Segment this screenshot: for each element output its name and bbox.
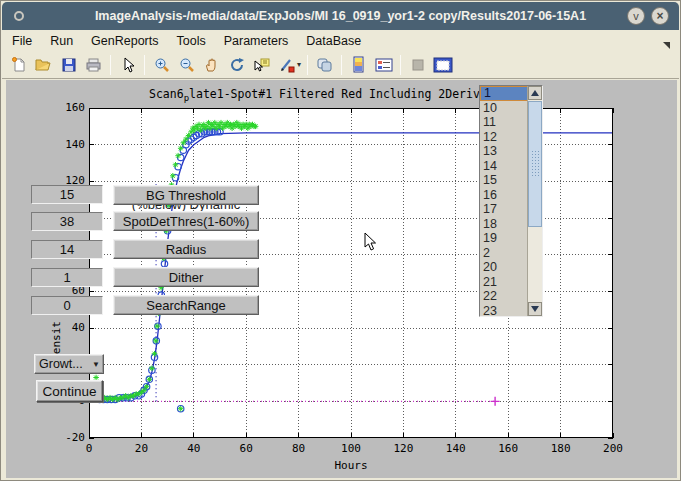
dither-button[interactable]: Dither bbox=[113, 267, 259, 287]
insert-colorbar-icon[interactable] bbox=[347, 53, 370, 76]
listbox-scrollbar[interactable] bbox=[527, 86, 542, 316]
toolbar-separator bbox=[307, 55, 308, 75]
menu-run[interactable]: Run bbox=[50, 34, 73, 48]
x-tick-label: 140 bbox=[436, 442, 476, 455]
searchrange-button[interactable]: SearchRange bbox=[113, 295, 259, 315]
y-tick-label: 160 bbox=[45, 101, 85, 114]
data-cursor-icon[interactable] bbox=[250, 53, 273, 76]
insert-legend-icon[interactable] bbox=[372, 53, 395, 76]
listbox-item-18[interactable]: 18 bbox=[480, 217, 528, 232]
listbox-item-12[interactable]: 12 bbox=[480, 130, 528, 145]
bg-threshold-input[interactable] bbox=[31, 185, 103, 204]
spotdetthres-input[interactable] bbox=[31, 212, 103, 231]
copy-link-icon[interactable] bbox=[313, 53, 336, 76]
spotdetthres-button[interactable]: SpotDetThres(1-60%) bbox=[113, 211, 259, 231]
save-icon[interactable] bbox=[57, 53, 80, 76]
zoom-out-icon[interactable] bbox=[175, 53, 198, 76]
y-tick-label: 140 bbox=[45, 138, 85, 151]
scroll-down-icon[interactable] bbox=[528, 302, 542, 316]
listbox-item-2[interactable]: 2 bbox=[480, 246, 528, 261]
listbox-item-22[interactable]: 22 bbox=[480, 289, 528, 304]
close-button[interactable]: × bbox=[651, 7, 669, 25]
scrollbar-thumb[interactable] bbox=[528, 101, 542, 227]
menu-database[interactable]: DataBase bbox=[306, 34, 361, 48]
menu-file[interactable]: File bbox=[12, 34, 32, 48]
zoom-in-icon[interactable] bbox=[150, 53, 173, 76]
radius-button[interactable]: Radius bbox=[113, 239, 259, 259]
dither-input[interactable] bbox=[31, 268, 103, 287]
bg-threshold-subtext: (%below) Dynamic bbox=[113, 204, 259, 211]
rotate-3d-icon[interactable] bbox=[225, 53, 248, 76]
toolbar-separator bbox=[110, 55, 111, 75]
x-tick-label: 80 bbox=[279, 442, 319, 455]
listbox-item-16[interactable]: 16 bbox=[480, 188, 528, 203]
listbox-item-17[interactable]: 17 bbox=[480, 202, 528, 217]
listbox-item-10[interactable]: 10 bbox=[480, 101, 528, 116]
toolbar-separator bbox=[144, 55, 145, 75]
chevron-down-icon: ▼ bbox=[89, 360, 103, 369]
toolbar-separator bbox=[400, 55, 401, 75]
continue-button[interactable]: Continue bbox=[36, 380, 103, 402]
toolbar-separator bbox=[341, 55, 342, 75]
minimize-button[interactable]: v bbox=[627, 7, 645, 25]
spot-number-listbox[interactable]: 110111213141516171819220212223 bbox=[479, 85, 543, 317]
scroll-up-icon[interactable] bbox=[528, 86, 542, 100]
figure-canvas: Scan6plate1-Spot#1 Filtered Red Includin… bbox=[6, 80, 677, 478]
plot-title: Scan6plate1-Spot#1 Filtered Red Includin… bbox=[149, 87, 508, 103]
window-title: ImageAnalysis-/media/data/ExpJobs/MI 16_… bbox=[2, 9, 679, 23]
x-tick-label: 200 bbox=[593, 442, 633, 455]
listbox-item-20[interactable]: 20 bbox=[480, 260, 528, 275]
x-tick-label: 160 bbox=[488, 442, 528, 455]
radius-input[interactable] bbox=[31, 240, 103, 259]
brush-icon[interactable] bbox=[275, 53, 298, 76]
listbox-item-23[interactable]: 23 bbox=[480, 304, 528, 318]
x-tick-label: 0 bbox=[69, 442, 109, 455]
pan-hand-icon[interactable] bbox=[200, 53, 223, 76]
listbox-item-19[interactable]: 19 bbox=[480, 231, 528, 246]
listbox-item-14[interactable]: 14 bbox=[480, 159, 528, 174]
menu-parameters[interactable]: Parameters bbox=[224, 34, 289, 48]
disabled-tool-icon bbox=[406, 53, 429, 76]
x-tick-label: 20 bbox=[121, 442, 161, 455]
title-bar[interactable]: ImageAnalysis-/media/data/ExpJobs/MI 16_… bbox=[2, 2, 679, 30]
growth-dropdown[interactable]: Growt... ▼ bbox=[34, 354, 104, 374]
bg-threshold-button[interactable]: BG Threshold bbox=[113, 185, 259, 205]
pointer-icon[interactable] bbox=[116, 53, 139, 76]
searchrange-input[interactable] bbox=[31, 296, 103, 315]
x-tick-label: 100 bbox=[331, 442, 371, 455]
listbox-item-11[interactable]: 11 bbox=[480, 115, 528, 130]
dock-figure-icon[interactable] bbox=[431, 53, 454, 76]
listbox-items: 110111213141516171819220212223 bbox=[480, 86, 528, 317]
open-file-icon[interactable] bbox=[32, 53, 55, 76]
x-tick-label: 180 bbox=[541, 442, 581, 455]
x-tick-label: 120 bbox=[383, 442, 423, 455]
listbox-item-21[interactable]: 21 bbox=[480, 275, 528, 290]
menu-bar: File Run GenReports Tools Parameters Dat… bbox=[2, 30, 679, 51]
new-file-icon[interactable] bbox=[7, 53, 30, 76]
listbox-item-15[interactable]: 15 bbox=[480, 173, 528, 188]
listbox-item-1[interactable]: 1 bbox=[480, 86, 528, 101]
print-icon[interactable] bbox=[82, 53, 105, 76]
listbox-item-13[interactable]: 13 bbox=[480, 144, 528, 159]
toolbar: ▾ bbox=[2, 51, 679, 79]
x-axis-label: Hours bbox=[89, 459, 613, 472]
scrollbar-grip bbox=[531, 150, 540, 178]
application-window: ImageAnalysis-/media/data/ExpJobs/MI 16_… bbox=[0, 0, 681, 481]
menu-genreports[interactable]: GenReports bbox=[91, 34, 158, 48]
menu-tools[interactable]: Tools bbox=[177, 34, 206, 48]
brush-dropdown-icon[interactable]: ▾ bbox=[297, 60, 301, 69]
x-tick-label: 40 bbox=[174, 442, 214, 455]
x-tick-label: 60 bbox=[226, 442, 266, 455]
mouse-cursor bbox=[364, 232, 378, 256]
